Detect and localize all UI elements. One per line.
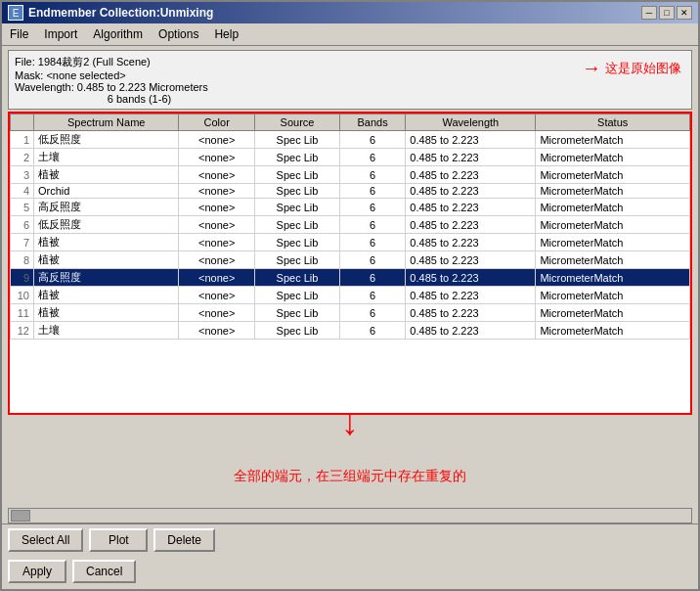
- select-all-button[interactable]: Select All: [8, 528, 83, 552]
- cell-status: MicrometerMatch: [536, 304, 690, 322]
- cell-wavelength: 0.485 to 2.223: [406, 269, 536, 287]
- cell-num: 5: [11, 199, 34, 216]
- cell-status: MicrometerMatch: [536, 322, 690, 340]
- cell-num: 1: [11, 131, 34, 149]
- cell-status: MicrometerMatch: [536, 149, 690, 166]
- main-content: Spectrum Name Color Source Bands Wavelen…: [8, 112, 692, 523]
- cancel-button[interactable]: Cancel: [72, 560, 136, 583]
- cell-name: 高反照度: [34, 269, 179, 287]
- table-row[interactable]: 6低反照度<none>Spec Lib60.485 to 2.223Microm…: [11, 216, 690, 234]
- maximize-button[interactable]: □: [659, 6, 675, 20]
- cell-wavelength: 0.485 to 2.223: [406, 251, 536, 269]
- apply-button[interactable]: Apply: [8, 560, 66, 583]
- mask-value: <none selected>: [46, 69, 125, 81]
- cell-status: MicrometerMatch: [536, 131, 690, 149]
- cell-bands: 6: [339, 131, 405, 149]
- cell-num: 3: [11, 166, 34, 184]
- minimize-button[interactable]: ─: [641, 6, 657, 20]
- menu-help[interactable]: Help: [206, 25, 246, 43]
- wavelength-label: Wavelength:: [15, 81, 74, 93]
- col-source: Source: [255, 114, 340, 131]
- cell-status: MicrometerMatch: [536, 269, 690, 287]
- table-row[interactable]: 9高反照度<none>Spec Lib60.485 to 2.223Microm…: [11, 269, 690, 287]
- cell-bands: 6: [339, 269, 405, 287]
- cell-source: Spec Lib: [255, 304, 340, 322]
- cell-name: 植被: [34, 251, 179, 269]
- cell-color: <none>: [179, 131, 255, 149]
- cell-bands: 6: [339, 234, 405, 251]
- cell-source: Spec Lib: [255, 216, 340, 234]
- cell-bands: 6: [339, 216, 405, 234]
- table-row[interactable]: 5高反照度<none>Spec Lib60.485 to 2.223Microm…: [11, 199, 690, 216]
- cell-wavelength: 0.485 to 2.223: [406, 131, 536, 149]
- col-num: [11, 114, 34, 131]
- cell-num: 8: [11, 251, 34, 269]
- table-row[interactable]: 3植被<none>Spec Lib60.485 to 2.223Micromet…: [11, 166, 690, 184]
- cell-num: 7: [11, 234, 34, 251]
- cell-source: Spec Lib: [255, 287, 340, 304]
- table-row[interactable]: 7植被<none>Spec Lib60.485 to 2.223Micromet…: [11, 234, 690, 251]
- cell-name: 植被: [34, 166, 179, 184]
- cell-num: 6: [11, 216, 34, 234]
- cell-num: 4: [11, 184, 34, 199]
- cell-name: 土壤: [34, 149, 179, 166]
- cell-source: Spec Lib: [255, 234, 340, 251]
- cell-color: <none>: [179, 269, 255, 287]
- cell-name: 土壤: [34, 322, 179, 340]
- cell-color: <none>: [179, 216, 255, 234]
- cell-name: 植被: [34, 287, 179, 304]
- close-button[interactable]: ✕: [677, 6, 692, 20]
- cell-wavelength: 0.485 to 2.223: [406, 216, 536, 234]
- cell-status: MicrometerMatch: [536, 234, 690, 251]
- file-value: 1984裁剪2 (Full Scene): [38, 56, 151, 68]
- table-row[interactable]: 8植被<none>Spec Lib60.485 to 2.223Micromet…: [11, 251, 690, 269]
- cell-color: <none>: [179, 166, 255, 184]
- window-title: Endmember Collection:Unmixing: [28, 6, 213, 20]
- cell-bands: 6: [339, 251, 405, 269]
- cell-bands: 6: [339, 304, 405, 322]
- table-row[interactable]: 12土壤<none>Spec Lib60.485 to 2.223Microme…: [11, 322, 690, 340]
- scrollbar-thumb[interactable]: [11, 510, 30, 522]
- plot-button[interactable]: Plot: [89, 528, 148, 552]
- cell-color: <none>: [179, 304, 255, 322]
- table-row[interactable]: 10植被<none>Spec Lib60.485 to 2.223Microme…: [11, 287, 690, 304]
- down-arrow-icon: ↓: [341, 405, 359, 440]
- cell-name: 低反照度: [34, 131, 179, 149]
- bands-indent: [15, 93, 105, 105]
- table-row[interactable]: 11植被<none>Spec Lib60.485 to 2.223Microme…: [11, 304, 690, 322]
- cell-bands: 6: [339, 184, 405, 199]
- table-row[interactable]: 4Orchid<none>Spec Lib60.485 to 2.223Micr…: [11, 184, 690, 199]
- cell-status: MicrometerMatch: [536, 166, 690, 184]
- menu-options[interactable]: Options: [151, 25, 206, 43]
- cell-wavelength: 0.485 to 2.223: [406, 184, 536, 199]
- cell-source: Spec Lib: [255, 322, 340, 340]
- menu-algorithm[interactable]: Algorithm: [85, 25, 151, 43]
- table-scroll[interactable]: Spectrum Name Color Source Bands Wavelen…: [10, 114, 690, 413]
- table-header-row: Spectrum Name Color Source Bands Wavelen…: [11, 114, 690, 131]
- bands-value: 6 bands (1-6): [108, 93, 171, 105]
- cell-bands: 6: [339, 166, 405, 184]
- col-status: Status: [536, 114, 690, 131]
- cell-color: <none>: [179, 322, 255, 340]
- menu-file[interactable]: File: [2, 25, 36, 43]
- bottom-bar-confirm: Apply Cancel: [2, 556, 698, 589]
- horizontal-scrollbar[interactable]: [8, 508, 692, 523]
- table-row[interactable]: 2土壤<none>Spec Lib60.485 to 2.223Micromet…: [11, 149, 690, 166]
- wavelength-info: Wavelength: 0.485 to 2.223 Micrometers: [15, 81, 685, 93]
- delete-button[interactable]: Delete: [153, 528, 215, 552]
- center-annotation: 全部的端元，在三组端元中存在重复的: [234, 468, 466, 485]
- bands-info: 6 bands (1-6): [15, 93, 685, 105]
- cell-bands: 6: [339, 199, 405, 216]
- cell-num: 11: [11, 304, 34, 322]
- annotation-area: ↓ 全部的端元，在三组端元中存在重复的: [8, 415, 692, 508]
- table-row[interactable]: 1低反照度<none>Spec Lib60.485 to 2.223Microm…: [11, 131, 690, 149]
- cell-num: 10: [11, 287, 34, 304]
- cell-bands: 6: [339, 149, 405, 166]
- cell-source: Spec Lib: [255, 166, 340, 184]
- cell-name: 低反照度: [34, 216, 179, 234]
- menu-import[interactable]: Import: [36, 25, 85, 43]
- cell-color: <none>: [179, 287, 255, 304]
- cell-source: Spec Lib: [255, 149, 340, 166]
- cell-wavelength: 0.485 to 2.223: [406, 166, 536, 184]
- cell-wavelength: 0.485 to 2.223: [406, 234, 536, 251]
